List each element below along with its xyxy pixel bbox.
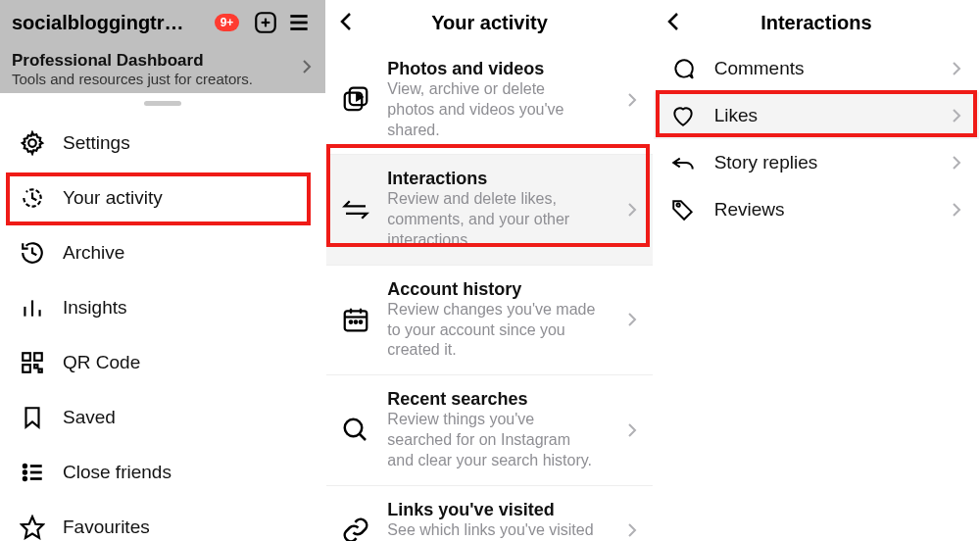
row-interactions[interactable]: Interactions Review and delete likes, co… — [326, 155, 652, 265]
page-title: Interactions — [760, 12, 871, 34]
interactions-icon — [340, 194, 371, 225]
menu-label: Close friends — [63, 462, 172, 483]
menu-settings[interactable]: Settings — [0, 116, 325, 171]
svg-point-6 — [28, 139, 36, 147]
menu-label: Saved — [63, 407, 116, 428]
chevron-right-icon — [302, 59, 312, 74]
row-title: Photos and videos — [387, 59, 595, 79]
professional-dashboard-row[interactable]: Professional Dashboard Tools and resourc… — [0, 45, 325, 93]
svg-rect-11 — [34, 353, 42, 361]
photos-videos-icon — [340, 84, 371, 116]
chevron-right-icon — [627, 522, 637, 538]
row-sub: Review changes you've made to your accou… — [387, 300, 595, 361]
menu-label: Favourites — [63, 516, 150, 538]
svg-rect-13 — [34, 365, 37, 368]
activity-header: Your activity — [326, 0, 652, 45]
interactions-header: Interactions — [654, 0, 979, 45]
star-icon — [20, 515, 45, 540]
row-label: Likes — [714, 105, 758, 126]
list-icon — [20, 460, 45, 485]
menu-qr-code[interactable]: QR Code — [0, 335, 325, 390]
row-likes[interactable]: Likes — [654, 92, 979, 139]
archive-icon — [20, 240, 45, 266]
profile-top-dimmed: socialbloggingtr… 9+ Professional Dashbo… — [0, 0, 325, 93]
menu-label: Insights — [63, 297, 126, 319]
row-title: Account history — [387, 279, 595, 300]
chevron-right-icon — [627, 422, 637, 438]
profile-header: socialbloggingtr… 9+ — [0, 0, 325, 45]
row-sub: Review and delete likes, comments, and y… — [387, 189, 595, 250]
row-account-history[interactable]: Account history Review changes you've ma… — [326, 266, 652, 375]
svg-point-19 — [24, 477, 26, 480]
row-reviews[interactable]: Reviews — [654, 186, 979, 233]
sheet-grabber[interactable] — [144, 101, 181, 106]
svg-point-17 — [24, 471, 26, 474]
chevron-right-icon — [627, 312, 637, 327]
dash-sub: Tools and resources just for creators. — [12, 71, 314, 87]
username[interactable]: socialbloggingtr… — [12, 12, 211, 34]
panel-interactions: Interactions Comments Likes Story replie… — [654, 0, 980, 541]
row-label: Story replies — [714, 152, 818, 173]
menu-label: Your activity — [63, 187, 163, 209]
svg-rect-14 — [39, 369, 42, 372]
back-icon[interactable] — [338, 10, 354, 33]
svg-point-34 — [676, 204, 679, 207]
page-title: Your activity — [431, 12, 548, 34]
menu-your-activity[interactable]: Your activity — [0, 171, 325, 225]
svg-point-29 — [350, 321, 353, 324]
chevron-right-icon — [952, 202, 961, 218]
menu-archive[interactable]: Archive — [0, 225, 325, 280]
menu-close-friends[interactable]: Close friends — [0, 445, 325, 500]
svg-rect-12 — [23, 365, 30, 372]
gear-icon — [20, 130, 45, 156]
create-post-icon[interactable] — [251, 8, 280, 37]
row-story-replies[interactable]: Story replies — [654, 139, 979, 186]
menu-label: QR Code — [63, 352, 140, 373]
menu-insights[interactable]: Insights — [0, 280, 325, 335]
back-icon[interactable] — [665, 10, 681, 33]
chevron-right-icon — [627, 202, 637, 218]
svg-rect-10 — [23, 353, 30, 361]
panel-menu: socialbloggingtr… 9+ Professional Dashbo… — [0, 0, 326, 541]
reply-icon — [667, 147, 699, 178]
activity-clock-icon — [20, 185, 45, 211]
row-recent-searches[interactable]: Recent searches Review things you've sea… — [326, 375, 652, 485]
svg-line-33 — [360, 434, 366, 440]
row-links-visited[interactable]: Links you've visited See which links you… — [326, 486, 652, 541]
qr-code-icon — [20, 350, 45, 375]
link-icon — [340, 515, 371, 541]
hamburger-icon[interactable] — [284, 8, 314, 37]
heart-icon — [667, 100, 699, 131]
svg-point-31 — [360, 321, 363, 324]
chevron-right-icon — [952, 61, 961, 76]
dash-title: Professional Dashboard — [12, 51, 314, 71]
svg-point-30 — [355, 321, 358, 324]
svg-marker-21 — [22, 516, 43, 538]
menu-label: Archive — [63, 242, 124, 264]
insights-icon — [20, 295, 45, 320]
chevron-right-icon — [627, 92, 637, 108]
menu-favourites[interactable]: Favourites — [0, 500, 325, 541]
panel-your-activity: Your activity Photos and videos View, ar… — [326, 0, 653, 541]
menu-saved[interactable]: Saved — [0, 390, 325, 445]
row-title: Links you've visited — [387, 500, 595, 520]
row-sub: Review things you've searched for on Ins… — [387, 410, 595, 470]
row-title: Recent searches — [387, 389, 595, 410]
comment-icon — [667, 53, 699, 84]
row-comments[interactable]: Comments — [654, 45, 979, 92]
row-photos-videos[interactable]: Photos and videos View, archive or delet… — [326, 45, 652, 155]
row-sub: View, archive or delete photos and video… — [387, 79, 595, 140]
tag-icon — [667, 194, 699, 225]
calendar-icon — [340, 304, 371, 335]
menu-label: Settings — [63, 132, 130, 154]
row-sub: See which links you've visited recently. — [387, 520, 595, 541]
search-icon — [340, 415, 371, 446]
svg-point-32 — [345, 419, 363, 437]
row-title: Interactions — [387, 169, 595, 189]
bookmark-icon — [20, 405, 45, 430]
row-label: Comments — [714, 58, 805, 79]
settings-sheet: Settings Your activity Archive Insights — [0, 93, 325, 541]
chevron-right-icon — [952, 155, 961, 171]
chevron-right-icon — [952, 108, 961, 123]
notifications-badge[interactable]: 9+ — [215, 14, 240, 31]
